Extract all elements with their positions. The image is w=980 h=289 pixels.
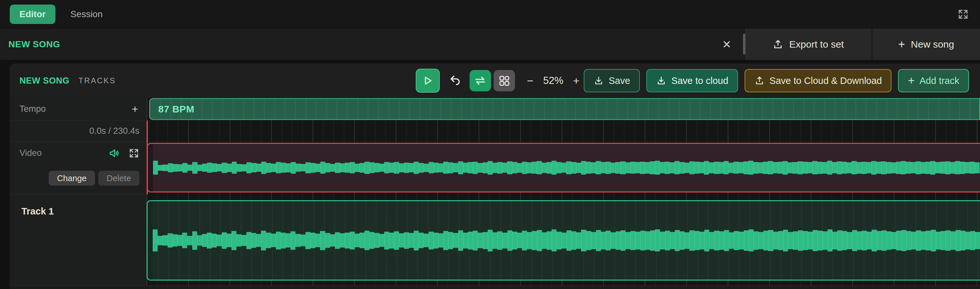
save-to-cloud-label: Save to cloud	[671, 76, 729, 86]
grid-view-button[interactable]	[493, 70, 515, 91]
export-to-set-label: Export to set	[789, 39, 844, 50]
expand-icon[interactable]	[129, 148, 140, 159]
video-audio-clip[interactable]	[147, 143, 980, 192]
tempo-clip[interactable]: 87 BPM	[149, 98, 980, 120]
track-sidebar: Tempo + 0.0s / 230.4s Video	[10, 98, 146, 289]
tab-editor[interactable]: Editor	[10, 5, 56, 24]
panel-title: NEW SONG	[19, 76, 69, 86]
upload-icon	[772, 39, 783, 50]
tempo-row: Tempo +	[10, 98, 146, 121]
video-waveform	[153, 144, 980, 192]
song-tab-active[interactable]: NEW SONG	[0, 29, 710, 60]
time-row: 0.0s / 230.4s	[10, 121, 146, 141]
save-to-cloud-and-download-button[interactable]: Save to Cloud & Download	[745, 69, 892, 92]
next-track-row-edge	[10, 286, 980, 289]
clip-drag-handle[interactable]	[148, 201, 153, 279]
fullscreen-button[interactable]	[956, 7, 970, 21]
new-song-button[interactable]: + New song	[872, 29, 980, 60]
track1-header[interactable]: Track 1	[10, 198, 146, 286]
change-video-button[interactable]: Change	[49, 171, 95, 186]
undo-icon	[448, 73, 463, 88]
tab-session[interactable]: Session	[70, 9, 103, 19]
fullscreen-arrows-icon	[957, 8, 969, 20]
save-button[interactable]: Save	[584, 69, 640, 92]
plus-icon: +	[908, 74, 915, 87]
video-label: Video	[19, 148, 42, 158]
zoom-in-button[interactable]: +	[569, 75, 584, 87]
export-to-set-button[interactable]: Export to set	[744, 29, 872, 60]
close-song-button[interactable]: ✕	[710, 29, 744, 60]
play-button[interactable]	[416, 69, 440, 93]
track1-lane	[146, 198, 980, 286]
track1-label: Track 1	[21, 206, 54, 217]
download-icon	[656, 76, 667, 86]
save-to-cloud-button[interactable]: Save to cloud	[646, 69, 738, 92]
tempo-label: Tempo	[19, 104, 132, 114]
time-display: 0.0s / 230.4s	[89, 126, 140, 136]
editor-panel: NEW SONG TRACKS	[10, 64, 980, 289]
top-nav: Editor Session	[0, 0, 980, 29]
video-lane	[146, 141, 980, 194]
play-icon	[422, 75, 433, 86]
download-icon	[593, 76, 604, 86]
time-ruler[interactable]	[146, 121, 980, 141]
speaker-icon[interactable]	[108, 148, 120, 159]
video-track-header: Video Change	[10, 141, 146, 194]
delete-video-button[interactable]: Delete	[98, 171, 140, 186]
plus-icon: +	[898, 38, 905, 51]
clip-drag-handle[interactable]	[148, 144, 153, 192]
playhead[interactable]	[146, 121, 148, 194]
bpm-value: 87 BPM	[158, 104, 194, 115]
grid-squares-icon	[498, 74, 511, 87]
tab-tracks[interactable]: TRACKS	[78, 76, 116, 85]
track1-clip[interactable]	[146, 200, 980, 281]
tempo-lane: 87 BPM	[146, 98, 980, 121]
add-track-label: Add track	[920, 76, 959, 86]
zoom-out-button[interactable]: −	[523, 75, 538, 87]
undo-button[interactable]	[447, 73, 463, 89]
save-to-cloud-and-download-label: Save to Cloud & Download	[770, 76, 882, 86]
add-tempo-button[interactable]: +	[132, 103, 138, 115]
loop-button[interactable]	[469, 70, 491, 91]
new-song-label: New song	[911, 39, 954, 50]
track1-waveform	[153, 201, 980, 279]
upload-icon	[754, 76, 765, 86]
add-track-button[interactable]: + Add track	[898, 69, 969, 92]
zoom-level: 52%	[538, 75, 569, 86]
row-gap	[10, 194, 146, 198]
save-label: Save	[609, 76, 630, 86]
swap-arrows-icon	[474, 74, 487, 87]
tab-scrollbar[interactable]	[743, 34, 746, 54]
tracks-area: Tempo + 0.0s / 230.4s Video	[10, 98, 980, 289]
timeline[interactable]: 87 BPM	[146, 98, 980, 289]
editor-toolbar: NEW SONG TRACKS	[10, 64, 980, 98]
song-tab-bar: NEW SONG ✕ Export to set + New song	[0, 29, 980, 60]
close-icon: ✕	[722, 39, 732, 50]
toolbar-title-area: NEW SONG TRACKS	[10, 76, 416, 86]
